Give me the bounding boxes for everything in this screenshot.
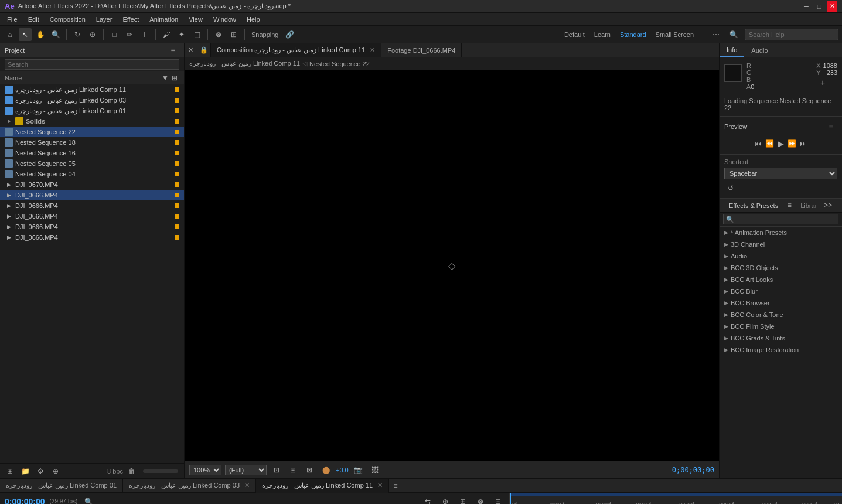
list-item[interactable]: ▶ DJI_0666.MP4: [0, 200, 184, 211]
list-item[interactable]: ▶ BCC Blur: [720, 285, 842, 297]
tl-tool-4[interactable]: ⊗: [474, 495, 487, 505]
project-menu[interactable]: ≡: [166, 44, 179, 57]
zoom-tool[interactable]: 🔍: [49, 28, 62, 41]
home-tool[interactable]: ⌂: [4, 28, 16, 41]
list-item[interactable]: ▶ DJI_0670.MP4: [0, 179, 184, 190]
list-item[interactable]: ▶ * Animation Presets: [720, 227, 842, 239]
list-item[interactable]: ▶ 3D Channel: [720, 239, 842, 250]
tl-tool-5[interactable]: ⊟: [492, 495, 504, 505]
tab-audio[interactable]: Audio: [744, 43, 775, 57]
first-frame-button[interactable]: ⏮: [755, 139, 762, 148]
minimize-button[interactable]: ─: [801, 1, 812, 12]
clone-tool[interactable]: ✦: [175, 28, 188, 41]
list-item[interactable]: ▶ DJI_0666.MP4: [0, 190, 184, 200]
add-icon[interactable]: +: [816, 76, 829, 89]
footage-settings[interactable]: ⚙: [34, 465, 47, 478]
zoom-select[interactable]: 100% 50% 200% Fit: [189, 465, 221, 475]
menu-composition[interactable]: Composition: [45, 15, 90, 24]
show-channel[interactable]: ⊠: [303, 464, 316, 476]
breadcrumb-comp[interactable]: زمین عباس - رودبارچره Linked Comp 11: [189, 60, 300, 67]
search-input[interactable]: [745, 29, 838, 40]
puppet2-tool[interactable]: ⊞: [227, 28, 240, 41]
menu-layer[interactable]: Layer: [91, 15, 117, 24]
tl-tool-2[interactable]: ⊕: [439, 495, 452, 505]
rect-tool[interactable]: □: [108, 28, 121, 41]
tl-tab-comp03-close[interactable]: ✕: [244, 482, 250, 489]
menu-help[interactable]: Help: [242, 15, 265, 24]
timeline-menu[interactable]: ≡: [389, 479, 402, 492]
tl-tab-comp11-close[interactable]: ✕: [377, 482, 383, 489]
menu-file[interactable]: File: [2, 15, 22, 24]
menu-window[interactable]: Window: [209, 15, 241, 24]
tl-tool-3[interactable]: ⊞: [456, 495, 469, 505]
layout-learn[interactable]: Learn: [592, 31, 613, 38]
list-item[interactable]: ▶ BCC Browser: [720, 297, 842, 309]
delete-button[interactable]: 🗑: [125, 465, 138, 478]
list-item[interactable]: زمین عباس - رودبارچره Linked Comp 11: [0, 84, 184, 95]
breadcrumb-nested[interactable]: Nested Sequence 22: [309, 60, 370, 67]
col-sort[interactable]: ▼: [161, 73, 170, 83]
play-button[interactable]: ▶: [778, 139, 784, 148]
list-item[interactable]: ▶ Audio: [720, 250, 842, 262]
preview-menu[interactable]: ≡: [824, 120, 837, 133]
interpret-footage[interactable]: ⊕: [49, 465, 62, 478]
viewer-tab-comp[interactable]: Composition زمین عباس - رودبارچره Linked…: [211, 43, 381, 57]
list-item[interactable]: زمین عباس - رودبارچره Linked Comp 01: [0, 105, 184, 116]
snapshot[interactable]: 📷: [352, 464, 365, 476]
viewer-canvas[interactable]: ◇: [185, 70, 719, 461]
list-item[interactable]: ▶ BCC Film Style: [720, 321, 842, 332]
effects-search-input[interactable]: [723, 214, 838, 224]
effects-expand[interactable]: >>: [821, 199, 834, 212]
color-correct[interactable]: ⬤: [319, 464, 332, 476]
snapping-toggle[interactable]: 🔗: [284, 28, 296, 41]
puppet-tool[interactable]: ⊕: [86, 28, 99, 41]
list-item[interactable]: Nested Sequence 16: [0, 148, 184, 158]
list-item[interactable]: ▶ BCC 3D Objects: [720, 262, 842, 274]
shortcut-select[interactable]: Spacebar: [724, 168, 837, 179]
list-item[interactable]: Nested Sequence 04: [0, 169, 184, 179]
list-item[interactable]: ▶ DJI_0666.MP4: [0, 222, 184, 232]
maximize-button[interactable]: □: [814, 1, 824, 12]
next-frame-button[interactable]: ⏩: [788, 139, 796, 148]
tl-tab-comp03[interactable]: زمین عباس - رودبارچره Linked Comp 03 ✕: [123, 479, 256, 493]
timecode-main[interactable]: 0;00;00;00: [5, 497, 45, 505]
layout-default[interactable]: Default: [562, 31, 587, 38]
layout-small[interactable]: Small Screen: [653, 31, 696, 38]
rotate-tool[interactable]: ↻: [71, 28, 84, 41]
list-item[interactable]: زمین عباس - رودبارچره Linked Comp 03: [0, 95, 184, 105]
transparency-toggle[interactable]: ⊟: [287, 464, 299, 476]
last-frame-button[interactable]: ⏭: [800, 139, 807, 148]
list-item[interactable]: ▶ DJI_0666.MP4: [0, 211, 184, 222]
new-folder-button[interactable]: 📁: [19, 465, 32, 478]
workspace-options[interactable]: ⋯: [710, 28, 722, 41]
text-tool[interactable]: T: [138, 28, 151, 41]
menu-edit[interactable]: Edit: [23, 15, 44, 24]
tl-tab-comp01[interactable]: زمین عباس - رودبارچره Linked Comp 01: [0, 479, 123, 493]
project-search-input[interactable]: [5, 59, 179, 70]
region-of-interest[interactable]: ⊡: [270, 464, 283, 476]
list-item[interactable]: ▶ BCC Image Restoration: [720, 344, 842, 356]
tl-tool-1[interactable]: ⇆: [421, 495, 434, 505]
tl-tab-comp11[interactable]: زمین عباس - رودبارچره Linked Comp 11 ✕: [256, 479, 389, 493]
list-item[interactable]: ▶ DJI_0666.MP4: [0, 232, 184, 243]
close-button[interactable]: ✕: [827, 1, 837, 12]
list-item[interactable]: ▶ BCC Grads & Tints: [720, 332, 842, 344]
pen-tool[interactable]: ✏: [123, 28, 136, 41]
layout-standard[interactable]: Standard: [618, 31, 649, 38]
list-item[interactable]: Solids: [0, 116, 184, 127]
menu-view[interactable]: View: [184, 15, 207, 24]
col-options[interactable]: ⊞: [170, 73, 179, 83]
list-item[interactable]: Nested Sequence 18: [0, 137, 184, 148]
roto-tool[interactable]: ⊗: [212, 28, 225, 41]
list-item[interactable]: ▶ BCC Color & Tone: [720, 309, 842, 321]
quality-select[interactable]: (Full) (Half) (Quarter): [225, 465, 267, 475]
menu-effect[interactable]: Effect: [118, 15, 144, 24]
viewer-tab-comp-close[interactable]: ✕: [370, 46, 375, 54]
tab-library[interactable]: Librar: [796, 199, 821, 213]
tab-effects-presets[interactable]: Effects & Presets: [724, 199, 783, 213]
select-tool[interactable]: ↖: [19, 28, 32, 41]
shortcut-reset[interactable]: ↺: [724, 182, 737, 195]
hand-tool[interactable]: ✋: [34, 28, 47, 41]
menu-animation[interactable]: Animation: [145, 15, 183, 24]
prev-frame-button[interactable]: ⏪: [765, 139, 774, 148]
